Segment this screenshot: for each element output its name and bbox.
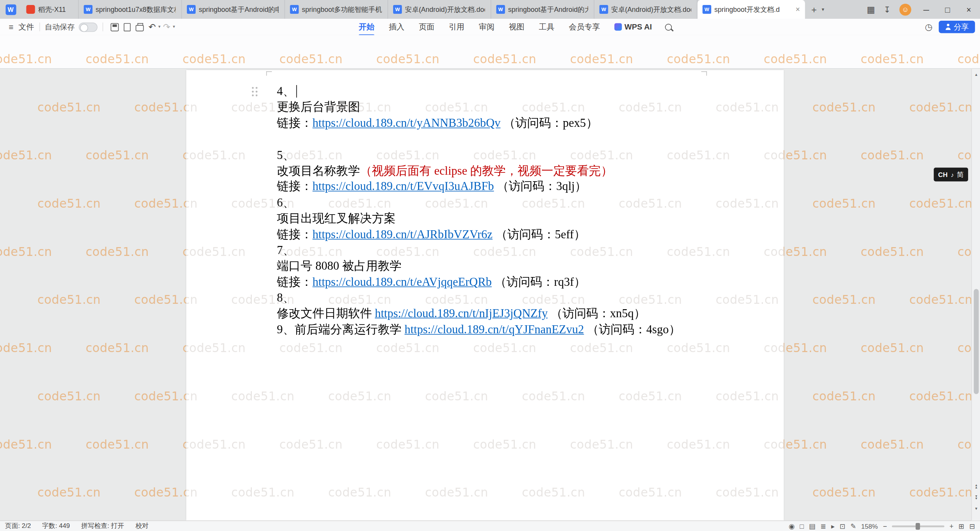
text-run: 更换后台背景图 bbox=[277, 100, 360, 113]
hyperlink[interactable]: https://cloud.189.cn/t/yANNB3b26bQv bbox=[312, 116, 500, 129]
tab-document-3[interactable]: W springboot多功能智能手机阅读 bbox=[285, 0, 388, 19]
ime-indicator[interactable]: CH ♪ 简 bbox=[934, 168, 968, 182]
text-run: （访问码：5eff） bbox=[493, 227, 586, 240]
menu-home[interactable]: 开始 bbox=[358, 19, 376, 35]
reading-layout-icon[interactable]: ▤ bbox=[809, 523, 815, 529]
spellcheck-status[interactable]: 拼写检查: 打开 bbox=[81, 522, 124, 531]
zoom-slider-thumb[interactable] bbox=[916, 523, 920, 529]
edit-mode-icon[interactable]: ✎ bbox=[850, 523, 856, 529]
window-minimize-button[interactable]: ─ bbox=[920, 5, 933, 14]
menu-items: 开始 插入 页面 引用 审阅 视图 工具 会员专享 WPS AI bbox=[358, 19, 672, 35]
margin-mark-right bbox=[701, 71, 707, 75]
document-line: 7、 bbox=[277, 242, 739, 258]
undo-dropdown-icon[interactable]: ▾ bbox=[158, 25, 161, 30]
hyperlink[interactable]: https://cloud.189.cn/t/EVvqI3uAJBFb bbox=[312, 180, 494, 193]
text-run: 链接： bbox=[277, 180, 312, 193]
writer-doc-icon: W bbox=[599, 5, 608, 14]
document-text-flow[interactable]: 4、更换后台背景图链接：https://cloud.189.cn/t/yANNB… bbox=[277, 83, 739, 337]
apps-grid-icon[interactable]: ▦ bbox=[867, 4, 875, 14]
tab-document-1[interactable]: W springboot1u7x8数据库文档.d bbox=[79, 0, 182, 19]
paragraph-drag-handle[interactable] bbox=[252, 87, 254, 89]
download-icon[interactable]: ↧ bbox=[884, 5, 891, 14]
document-page[interactable]: 4、更换后台背景图链接：https://cloud.189.cn/t/yANNB… bbox=[186, 70, 784, 521]
read-aloud-icon[interactable]: ▸ bbox=[831, 523, 835, 529]
collaborate-icon bbox=[945, 24, 951, 30]
menu-tools[interactable]: 工具 bbox=[537, 19, 555, 35]
document-line: 6、 bbox=[277, 194, 739, 210]
menu-member[interactable]: 会员专享 bbox=[568, 19, 601, 35]
divider bbox=[39, 23, 40, 31]
zoom-slider[interactable] bbox=[892, 525, 944, 527]
window-maximize-button[interactable]: □ bbox=[941, 5, 954, 14]
tab-document-2[interactable]: W springboot基于Android的电影 bbox=[182, 0, 285, 19]
window-close-button[interactable]: × bbox=[962, 5, 975, 14]
menu-reference[interactable]: 引用 bbox=[448, 19, 466, 35]
search-icon[interactable] bbox=[665, 23, 672, 30]
next-page-icon[interactable]: ▾▾ bbox=[972, 492, 980, 502]
hyperlink[interactable]: https://cloud.189.cn/t/nIjEJ3jQNZfy bbox=[375, 307, 547, 320]
watermark-text: code51.cn bbox=[186, 197, 198, 210]
outline-view-icon[interactable]: ≣ bbox=[820, 523, 826, 529]
ime-language: CH bbox=[938, 171, 948, 179]
vertical-scrollbar[interactable]: ▴ ▴▴ ▾▾ ▾ bbox=[971, 69, 980, 521]
hyperlink[interactable]: https://cloud.189.cn/t/AJRbIbVZVr6z bbox=[312, 227, 492, 240]
export-pdf-icon[interactable] bbox=[124, 23, 131, 31]
fit-width-icon[interactable]: ⊟ bbox=[969, 523, 975, 529]
menu-review[interactable]: 审阅 bbox=[477, 19, 495, 35]
user-avatar[interactable]: ☺ bbox=[899, 3, 911, 15]
history-icon[interactable]: ◷ bbox=[925, 22, 933, 32]
wps-logo-button[interactable]: W bbox=[0, 0, 21, 19]
fit-page-icon[interactable]: ⊞ bbox=[959, 523, 964, 529]
scrollbar-thumb[interactable] bbox=[974, 289, 979, 394]
file-menu[interactable]: 文件 bbox=[18, 21, 34, 32]
scroll-up-icon[interactable]: ▴ bbox=[972, 70, 980, 79]
proofread-button[interactable]: 校对 bbox=[136, 522, 149, 531]
text-run: （访问码：pex5） bbox=[500, 116, 598, 129]
text-run: 4、 bbox=[277, 84, 295, 97]
word-count[interactable]: 字数: 449 bbox=[42, 522, 70, 531]
menu-page[interactable]: 页面 bbox=[418, 19, 436, 35]
watermark-text: code51.cn bbox=[186, 244, 246, 258]
text-run: （访问码：3qlj） bbox=[494, 180, 586, 193]
watermark-text: code51.cn bbox=[570, 437, 633, 451]
share-button[interactable]: 分享 bbox=[939, 21, 975, 33]
tab-document-5[interactable]: W springboot基于Android的大学 bbox=[491, 0, 594, 19]
watermark-text: code51.cn bbox=[764, 244, 784, 258]
tab-document-4[interactable]: W 安卓(Android)开放文档.docx bbox=[388, 0, 491, 19]
redo-dropdown-icon[interactable]: ▾ bbox=[173, 25, 175, 30]
save-icon[interactable] bbox=[110, 23, 118, 31]
page-view-icon[interactable]: □ bbox=[800, 523, 804, 529]
autosave-toggle[interactable] bbox=[78, 22, 97, 31]
new-tab-button[interactable]: + bbox=[811, 4, 817, 15]
hyperlink[interactable]: https://cloud.189.cn/t/eAVjqqeErQRb bbox=[312, 275, 492, 288]
zoom-in-icon[interactable]: + bbox=[949, 523, 954, 529]
zoom-out-icon[interactable]: − bbox=[883, 523, 887, 529]
watermark-text: code51.cn bbox=[186, 148, 246, 162]
tab-document-6[interactable]: W 安卓(Android)开放文档.docx bbox=[595, 0, 697, 19]
eye-protection-icon[interactable]: ◉ bbox=[789, 523, 795, 529]
fullscreen-icon[interactable]: ⊡ bbox=[840, 523, 845, 529]
watermark-text: code51.cn bbox=[764, 148, 784, 162]
redo-icon[interactable]: ↷ bbox=[163, 22, 170, 32]
scroll-down-icon[interactable]: ▾ bbox=[972, 504, 980, 513]
tab-docer[interactable]: 稻壳-X11 bbox=[21, 0, 79, 19]
tab-label: 安卓(Android)开放文档.docx bbox=[611, 5, 691, 14]
document-line: 端口号 8080 被占用教学 bbox=[277, 258, 739, 274]
tab-close-icon[interactable]: × bbox=[795, 6, 800, 13]
share-label: 分享 bbox=[954, 21, 969, 32]
menu-wps-ai[interactable]: WPS AI bbox=[613, 20, 653, 34]
tab-document-active[interactable]: W springboot开发文档.d × bbox=[697, 0, 805, 19]
menu-insert[interactable]: 插入 bbox=[387, 19, 405, 35]
undo-icon[interactable]: ↶ bbox=[149, 22, 156, 32]
previous-page-icon[interactable]: ▴▴ bbox=[972, 481, 980, 490]
tab-list-dropdown-icon[interactable]: ▾ bbox=[822, 7, 825, 12]
menu-view[interactable]: 视图 bbox=[508, 19, 526, 35]
zoom-level[interactable]: 158% bbox=[861, 522, 878, 530]
watermark-text: code51.cn bbox=[619, 485, 682, 499]
document-line: 8、 bbox=[277, 290, 739, 305]
page-indicator[interactable]: 页面: 2/2 bbox=[5, 522, 31, 531]
hyperlink[interactable]: https://cloud.189.cn/t/qYJFnanEZvu2 bbox=[405, 323, 584, 336]
hamburger-icon[interactable]: ≡ bbox=[9, 22, 13, 31]
text-run: 9、前后端分离运行教学 bbox=[277, 323, 404, 336]
print-icon[interactable] bbox=[136, 25, 144, 31]
